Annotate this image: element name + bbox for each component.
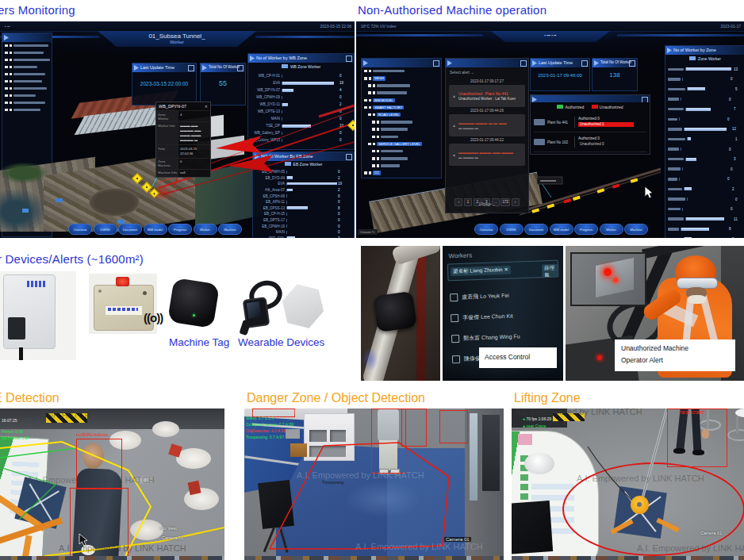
- layer-checkbox[interactable]: [10, 66, 13, 69]
- nav-button[interactable]: Document: [524, 224, 548, 235]
- tree-checkbox[interactable]: [372, 121, 375, 124]
- expand-icon[interactable]: [642, 97, 648, 102]
- tree-row[interactable]: CC: [362, 170, 441, 177]
- tree-checkbox[interactable]: [369, 77, 372, 80]
- stream-info: ● 70 fps 1:06:29: [523, 416, 551, 421]
- nav-button[interactable]: Progress: [574, 224, 598, 235]
- tree-checkbox[interactable]: [377, 136, 380, 139]
- tree-checkbox[interactable]: [377, 128, 380, 131]
- tree-chip-label: BIM MODEL: [373, 98, 395, 103]
- tree-checkbox[interactable]: [364, 77, 367, 80]
- expand-icon[interactable]: [520, 60, 527, 67]
- watermark: A.I. Empowered by LINK HATCH: [577, 474, 704, 483]
- tree-checkbox[interactable]: [372, 136, 375, 139]
- tree-checkbox[interactable]: [377, 150, 380, 153]
- tree-checkbox[interactable]: [369, 171, 372, 175]
- nav-button[interactable]: Machine: [624, 224, 648, 235]
- nav-button[interactable]: Overview: [474, 224, 498, 235]
- tree-row[interactable]: [362, 126, 441, 133]
- worker-checkbox[interactable]: [451, 335, 459, 343]
- mounted-tag: [373, 291, 417, 333]
- alert-card[interactable]: 2023-01-17 09:44:26 ▲ ▬▬▬▬ ▬▬▬ ▬ ▬ ▬▬ ▬ …: [449, 109, 525, 136]
- layer-row[interactable]: [2, 49, 52, 56]
- tree-checkbox[interactable]: [364, 70, 367, 73]
- tree-row[interactable]: [362, 82, 441, 89]
- unauthorized-count: Unauthorized 1: [580, 122, 604, 126]
- expand-icon[interactable]: [581, 60, 588, 67]
- layer-checkbox[interactable]: [10, 44, 13, 48]
- tree-checkbox[interactable]: [377, 164, 380, 167]
- layer-row[interactable]: [2, 42, 52, 49]
- tree-checkbox[interactable]: [364, 99, 367, 102]
- nav-button[interactable]: DWSS: [500, 224, 523, 235]
- tree-checkbox[interactable]: [372, 157, 375, 160]
- expand-icon[interactable]: [346, 56, 352, 62]
- zone-chart-legend: Zone Worker: [665, 56, 744, 61]
- bar-row: 3: [668, 154, 743, 164]
- tree-checkbox[interactable]: [368, 113, 371, 117]
- tree-row[interactable]: [362, 162, 441, 169]
- tree-checkbox[interactable]: [373, 143, 376, 146]
- layer-checkbox[interactable]: [5, 44, 8, 48]
- tree-checkbox[interactable]: [369, 70, 372, 73]
- close-icon[interactable]: ✕: [205, 104, 208, 109]
- nav-button[interactable]: Worker: [600, 224, 623, 235]
- tree-checkbox[interactable]: [364, 106, 367, 109]
- bar-row: 8: [668, 224, 743, 235]
- tree-row[interactable]: [362, 155, 441, 162]
- tree-row[interactable]: SERVICE GALLERY LEVEL: [362, 140, 441, 148]
- tree-row[interactable]: BIM MODEL: [362, 97, 441, 104]
- layer-tree: MESH: [362, 67, 441, 177]
- layer-checkbox[interactable]: [5, 59, 8, 62]
- layer-row[interactable]: [2, 56, 52, 63]
- alert-card[interactable]: 2023-01-17 09:17:27 ▲ Unauthorized : Pla…: [449, 79, 525, 107]
- expand-icon[interactable]: [433, 60, 439, 67]
- expand-icon[interactable]: [629, 60, 635, 67]
- tree-checkbox[interactable]: [364, 171, 367, 175]
- tree-checkbox[interactable]: [368, 143, 371, 146]
- tree-row[interactable]: [362, 67, 441, 75]
- tree-row[interactable]: [362, 90, 441, 97]
- tree-checkbox[interactable]: [369, 99, 372, 102]
- tree-row[interactable]: [362, 118, 441, 125]
- worker-checkbox[interactable]: [451, 314, 458, 322]
- tree-checkbox[interactable]: [369, 106, 372, 109]
- alert-card[interactable]: 2023-01-17 09:44:22 ▲ ▬▬▬▬▬ ▬▬▬ ▬▬ ▬▬▬ ▬…: [449, 138, 525, 166]
- machine-tag-label: Machine Tag: [169, 336, 229, 348]
- tree-checkbox[interactable]: [372, 150, 375, 153]
- tree-checkbox[interactable]: [373, 84, 376, 87]
- worker-checkbox[interactable]: [450, 293, 458, 301]
- tree-row[interactable]: [362, 133, 441, 140]
- tree-row[interactable]: ROAD LEVEL: [362, 111, 441, 118]
- tree-checkbox[interactable]: [373, 91, 376, 94]
- lifting-zone-camera-feed: near crane A.I. Empowered by LINK HATCH …: [512, 408, 744, 556]
- alert-time: 2023-01-17 09:44:22: [449, 138, 525, 144]
- tree-checkbox[interactable]: [373, 113, 376, 117]
- tree-checkbox[interactable]: [377, 157, 380, 160]
- layer-checkbox[interactable]: [10, 52, 13, 55]
- tree-checkbox[interactable]: [377, 121, 380, 124]
- tree-checkbox[interactable]: [368, 91, 371, 94]
- alert-filter-select[interactable]: Select alert ⌄: [450, 70, 474, 75]
- nav-button[interactable]: BIM model: [550, 224, 573, 235]
- alert-beacon-device-photo: [89, 274, 157, 334]
- topbar-icons: ▪ ▪▪: [5, 24, 10, 29]
- layer-checkbox[interactable]: [5, 52, 8, 55]
- layer-checkbox[interactable]: [5, 66, 8, 69]
- tree-row[interactable]: [362, 148, 441, 155]
- lifting-zone-title: Lifting Zone: [514, 391, 581, 405]
- selected-worker-chip[interactable]: 梁卓彬 Liang Zhuobin ✕: [451, 266, 511, 277]
- non-authorised-title: Non-Authorised Machine operation: [358, 3, 546, 17]
- worker-search-field[interactable]: 梁卓彬 Liang Zhuobin ✕ 薛理鳳: [447, 260, 559, 282]
- cesium-attribution[interactable]: Cesium ⓘ: [358, 229, 378, 235]
- tree-row[interactable]: MESH: [362, 75, 441, 82]
- tree-row[interactable]: SMART FACTORY: [362, 104, 441, 111]
- tree-checkbox[interactable]: [372, 164, 375, 167]
- layer-checkbox[interactable]: [10, 59, 13, 62]
- layers-tree-panel: MESH: [361, 58, 442, 178]
- selected-worker-chip[interactable]: 薛理鳳: [542, 264, 558, 281]
- per-page-select[interactable]: 10/page ⌄: [446, 202, 528, 206]
- alert-line1: ▬▬▬▬▬ ▬▬▬ ▬▬ ▬▬▬: [458, 150, 513, 155]
- tree-checkbox[interactable]: [368, 84, 371, 87]
- tree-checkbox[interactable]: [372, 128, 375, 131]
